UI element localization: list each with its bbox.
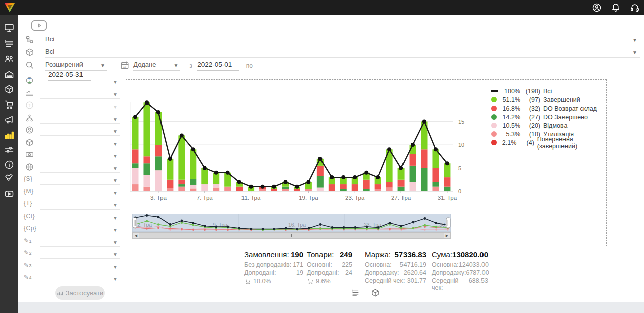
filter-row-person-circle: ▼: [18, 125, 126, 137]
scroll-left-icon[interactable]: ◀: [133, 233, 139, 238]
sidebar-monitor-icon[interactable]: [4, 23, 14, 33]
filter-select[interactable]: [40, 127, 120, 136]
sidebar-video-icon[interactable]: [4, 189, 14, 199]
filter-select[interactable]: [40, 151, 120, 160]
legend-item[interactable]: 2.1%(4)Повернення (завершений): [491, 138, 604, 147]
chevron-down-icon: ▼: [113, 79, 118, 85]
legend-label: DO Возврат склад: [543, 105, 597, 112]
filter-row-layers: ▼: [18, 88, 126, 100]
filter-select[interactable]: [40, 176, 120, 185]
category-select[interactable]: Всі ▼: [45, 35, 640, 45]
svg-text:19. Тра: 19. Тра: [299, 195, 318, 201]
legend-percent: 2.1%: [497, 139, 516, 146]
chart-panel: 0510153. Тра7. Тра11. Тра19. Тра23. Тра2…: [126, 79, 607, 246]
chevron-down-icon: ▼: [113, 178, 118, 183]
stat-sub-value: 124033.00: [459, 261, 489, 269]
user-icon[interactable]: [592, 3, 602, 13]
sidebar-package-icon[interactable]: [4, 84, 14, 94]
stat-sub-value: 301.77: [407, 277, 426, 285]
tag-m-icon: {M}: [24, 188, 34, 195]
legend-item[interactable]: 14.2%(27)DO Завершено: [491, 113, 604, 121]
date-to-label: по: [246, 61, 253, 69]
stat-value: 57336.83: [394, 250, 426, 261]
filter-select[interactable]: [40, 225, 120, 234]
sidebar-partners-icon[interactable]: [4, 172, 14, 182]
stat-sub-label: Основна:: [432, 261, 459, 269]
chevron-down-icon: ▼: [113, 104, 118, 110]
svg-text:10: 10: [458, 142, 464, 148]
scrollbar-track[interactable]: [139, 234, 444, 237]
navigator-right-handle[interactable]: [446, 218, 450, 228]
legend-percent: 16.8%: [498, 105, 520, 112]
legend-item[interactable]: 100%(190)Всі: [491, 87, 604, 95]
legend-percent: 100%: [498, 88, 520, 95]
stat-sub-label: Допродані:: [244, 269, 276, 277]
sidebar-info-icon[interactable]: [4, 160, 14, 170]
sidebar-order-list-icon[interactable]: [4, 39, 14, 49]
filter-select[interactable]: [40, 77, 120, 86]
svg-text:23. Тра: 23. Тра: [345, 195, 365, 201]
network-icon: [25, 114, 34, 122]
chevron-down-icon: ▼: [113, 141, 118, 147]
filter-select[interactable]: [40, 164, 120, 173]
scroll-right-icon[interactable]: ▶: [444, 233, 450, 238]
filter-select[interactable]: [40, 139, 120, 148]
filter-select[interactable]: [40, 102, 120, 111]
navigator-left-handle[interactable]: [133, 218, 137, 228]
legend-label: Завершений: [543, 96, 580, 103]
search-mode-select[interactable]: Розширений ▼: [45, 61, 107, 71]
chevron-down-icon: ▼: [632, 37, 637, 43]
legend-label: Всі: [543, 88, 552, 95]
filter-row-globe-color: ▼: [18, 75, 126, 87]
product-select[interactable]: Всі ▼: [45, 48, 640, 58]
bell-icon[interactable]: [611, 3, 621, 13]
svg-text:?: ?: [28, 103, 30, 108]
date-from-input[interactable]: 2022-05-01: [197, 61, 239, 71]
stat-sub-value: 2620.64: [404, 269, 426, 277]
filter-select[interactable]: [40, 90, 120, 99]
stat-sub-value: 54716.19: [400, 261, 426, 269]
sidebar-megaphone-icon[interactable]: [4, 115, 14, 125]
video-help-button[interactable]: [31, 20, 47, 31]
stat-sub-value: 24: [345, 269, 352, 277]
date-from-label: з: [189, 61, 192, 69]
chevron-down-icon: ▼: [113, 227, 118, 233]
chart-navigator[interactable]: 2. Тра9. Тра16. Тра23. Тра30. Тра: [132, 214, 451, 232]
sidebar-nav: [0, 15, 18, 313]
main-content: Всі ▼ Всі ▼ Розширений ▼ 17 Додане: [18, 15, 644, 302]
chevron-down-icon: ▼: [113, 190, 118, 196]
legend-item[interactable]: 16.8%(32)DO Возврат склад: [491, 104, 604, 113]
cube-outline-icon[interactable]: [371, 288, 380, 297]
summary-stats: Замовлення:190Без допродажів:171Допродан…: [18, 250, 521, 300]
list-icon[interactable]: [351, 288, 360, 297]
filter-row-globe-wire: ▼: [18, 162, 126, 174]
legend-item[interactable]: 10.5%(20)Відмова: [491, 121, 604, 130]
orders-chart[interactable]: 0510153. Тра7. Тра11. Тра19. Тра23. Тра2…: [130, 82, 477, 207]
stat-sub-label: Основні:: [307, 261, 332, 269]
app-logo-icon[interactable]: [4, 2, 16, 14]
filter-select[interactable]: [40, 213, 120, 222]
sidebar-warehouse-icon[interactable]: [4, 69, 14, 79]
legend-item[interactable]: 51.1%(97)Завершений: [491, 95, 604, 104]
filter-row-tag-t: {T}▼: [18, 198, 126, 211]
filter-select[interactable]: [40, 238, 120, 247]
footer-strip: [18, 302, 644, 313]
stat-value: 190: [291, 250, 303, 261]
chevron-down-icon: ▼: [173, 63, 178, 68]
headset-icon[interactable]: [630, 3, 640, 13]
filter-row-cube: ▼: [18, 137, 126, 149]
sidebar-users-icon[interactable]: [4, 54, 14, 64]
sidebar-trolley-icon[interactable]: [4, 99, 14, 110]
tree-icon: [25, 35, 34, 44]
chart-scrollbar[interactable]: ◀ ▶: [132, 232, 451, 239]
sidebar-sliders-icon[interactable]: [4, 145, 14, 155]
stat-title: Товари:: [307, 250, 334, 261]
legend-percent: 5.3%: [498, 131, 520, 138]
filter-select[interactable]: [40, 115, 120, 124]
filter-select[interactable]: [40, 188, 120, 197]
date-field-select[interactable]: Додане ▼: [133, 61, 180, 71]
search-icon: [25, 61, 34, 70]
sidebar-analytics-icon[interactable]: [4, 130, 14, 140]
filter-select[interactable]: [40, 200, 120, 210]
stat-sub-value: 171: [293, 261, 303, 269]
